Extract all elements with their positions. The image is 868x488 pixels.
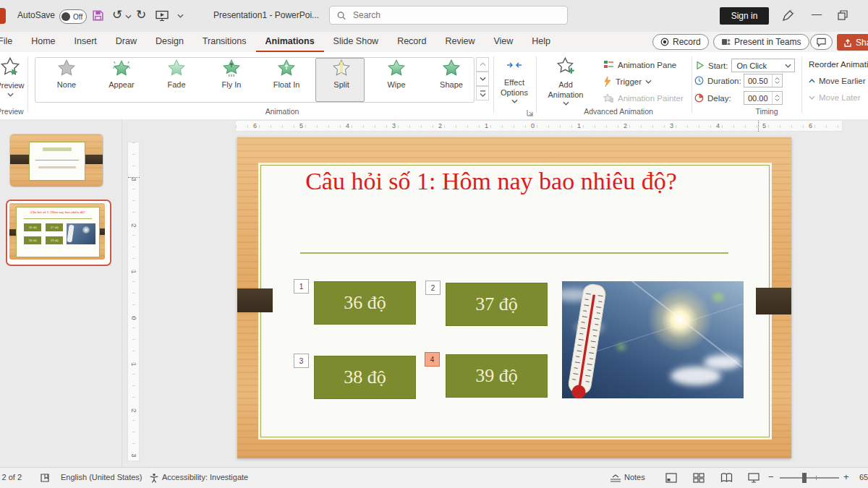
move-later-icon: [809, 95, 815, 100]
answer-box-4[interactable]: 39 độ: [446, 354, 548, 398]
animation-pane-button[interactable]: Animation Pane: [603, 60, 676, 69]
answer-box-3[interactable]: 38 độ: [314, 356, 416, 399]
effect-options-dropdown-icon: [511, 99, 518, 103]
animation-split[interactable]: Split: [315, 59, 367, 100]
gallery-scroll-down[interactable]: [476, 72, 489, 86]
quick-access-more-icon[interactable]: [177, 14, 184, 18]
spellcheck-book-icon[interactable]: [40, 473, 50, 483]
tab-file[interactable]: File: [0, 32, 22, 52]
zoom-percent[interactable]: 65: [859, 473, 868, 481]
animation-shape[interactable]: Shape: [425, 59, 477, 100]
animation-fly-in[interactable]: Fly In: [205, 59, 258, 100]
search-input[interactable]: [352, 9, 560, 21]
preview-star-icon: [0, 56, 20, 77]
tab-transitions[interactable]: Transitions: [193, 32, 256, 52]
sign-in-button[interactable]: Sign in: [720, 7, 769, 25]
tab-slide-show[interactable]: Slide Show: [324, 32, 388, 52]
undo-dropdown-icon[interactable]: [125, 14, 132, 19]
delay-label: Delay:: [707, 94, 731, 103]
slide-sorter-view-icon[interactable]: [693, 473, 705, 483]
zoom-slider-track[interactable]: [780, 477, 839, 479]
accessibility-status[interactable]: Accessibility: Investigate: [162, 473, 248, 481]
move-earlier-button[interactable]: Move Earlier: [809, 77, 866, 85]
animation-none[interactable]: None: [41, 59, 93, 100]
autosave-state: Off: [73, 13, 82, 21]
delay-spinner[interactable]: [772, 92, 782, 104]
preview-dropdown-icon: [7, 93, 14, 97]
powerpoint-app-icon: [0, 8, 6, 24]
tab-help[interactable]: Help: [522, 32, 560, 52]
autosave-toggle[interactable]: Off: [59, 9, 87, 24]
animation-order-badge-4-selected[interactable]: 4: [425, 352, 440, 367]
tab-design[interactable]: Design: [146, 32, 193, 52]
float-in-star-icon: [277, 59, 296, 77]
add-animation-label: Add Animation: [542, 80, 589, 100]
delay-input[interactable]: 00.00: [744, 91, 783, 105]
tab-home[interactable]: Home: [22, 32, 64, 52]
tab-review[interactable]: Review: [435, 32, 484, 52]
restore-window-icon[interactable]: [838, 10, 848, 20]
notes-button[interactable]: Notes: [624, 473, 645, 481]
normal-view-icon[interactable]: [665, 473, 677, 483]
slide-thumbnail-1[interactable]: [10, 134, 103, 187]
undo-icon[interactable]: ↺: [112, 7, 122, 22]
zoom-in-button[interactable]: +: [843, 471, 849, 482]
tab-record[interactable]: Record: [388, 32, 435, 52]
animation-appear[interactable]: Appear: [95, 59, 148, 100]
slide-thumbnail-2-selected[interactable]: Câu hỏi số 1: Hôm nay bao nhiêu độ? 36 đ…: [6, 200, 111, 266]
tab-view[interactable]: View: [484, 32, 522, 52]
editor-area: Câu hỏi số 1: Hôm nay bao nhiêu độ? 36 đ…: [0, 119, 868, 467]
animation-order-badge-1[interactable]: 1: [294, 279, 309, 294]
gallery-scroll-up[interactable]: [476, 57, 489, 72]
reading-view-icon[interactable]: [720, 473, 733, 483]
redo-icon[interactable]: ↻: [136, 7, 146, 22]
answer-box-1[interactable]: 36 độ: [314, 281, 416, 325]
save-icon[interactable]: [92, 9, 104, 22]
comments-button[interactable]: [810, 34, 833, 50]
start-icon: [696, 61, 705, 70]
animation-dialog-launcher-icon[interactable]: [527, 109, 534, 116]
duration-spinner[interactable]: [772, 74, 782, 87]
ruler-object-marker-v: [128, 177, 140, 178]
animation-wipe[interactable]: Wipe: [370, 59, 422, 100]
slideshow-view-icon[interactable]: [748, 473, 760, 484]
tab-insert[interactable]: Insert: [65, 32, 106, 52]
slide-canvas[interactable]: Câu hỏi số 1: Hôm nay bao nhiêu độ? 36 đ…: [237, 137, 791, 458]
animation-float-in[interactable]: Float In: [260, 59, 312, 100]
trigger-button[interactable]: Trigger: [603, 77, 652, 87]
language-indicator[interactable]: English (United States): [61, 473, 142, 481]
preview-button[interactable]: Preview: [0, 56, 29, 97]
thermometer: [562, 281, 619, 398]
split-star-icon: [332, 59, 351, 77]
minimize-icon[interactable]: —: [812, 8, 822, 20]
title-underline: [300, 252, 728, 254]
gallery-expand[interactable]: [476, 86, 489, 100]
animation-order-badge-3[interactable]: 3: [294, 354, 309, 368]
slide-title[interactable]: Câu hỏi số 1: Hôm nay bao nhiêu độ?: [266, 168, 716, 195]
weather-photo[interactable]: [562, 281, 744, 398]
wipe-star-icon: [387, 59, 406, 77]
animation-order-badge-2[interactable]: 2: [425, 281, 441, 295]
record-button[interactable]: Record: [652, 34, 709, 50]
effect-options-button[interactable]: Effect Options: [495, 56, 534, 103]
share-button[interactable]: Share: [837, 34, 868, 51]
answer-box-2[interactable]: 37 độ: [446, 283, 548, 326]
pen-mode-icon[interactable]: [781, 9, 794, 22]
start-slideshow-icon[interactable]: [156, 9, 169, 22]
vertical-ruler: 3 2 1 0 1 2 3: [127, 142, 140, 461]
duration-input[interactable]: 00.50: [744, 74, 783, 87]
duration-row: Duration: 00.50: [694, 76, 741, 85]
advanced-animation-group-label: Advanced Animation: [557, 107, 680, 116]
add-animation-button[interactable]: Add Animation: [542, 56, 589, 106]
slide-indicator[interactable]: Slide 2 of 2: [0, 473, 22, 481]
zoom-slider-handle[interactable]: [802, 473, 807, 483]
effect-options-icon: [506, 56, 523, 74]
tab-animations[interactable]: Animations: [256, 32, 324, 52]
present-in-teams-button[interactable]: Present in Teams: [713, 34, 809, 50]
animation-fade[interactable]: Fade: [150, 59, 203, 100]
accessibility-icon[interactable]: [149, 473, 159, 483]
tab-draw[interactable]: Draw: [106, 32, 146, 52]
zoom-out-button[interactable]: −: [768, 471, 774, 482]
search-box[interactable]: [329, 6, 568, 25]
start-select[interactable]: On Click: [731, 59, 795, 72]
